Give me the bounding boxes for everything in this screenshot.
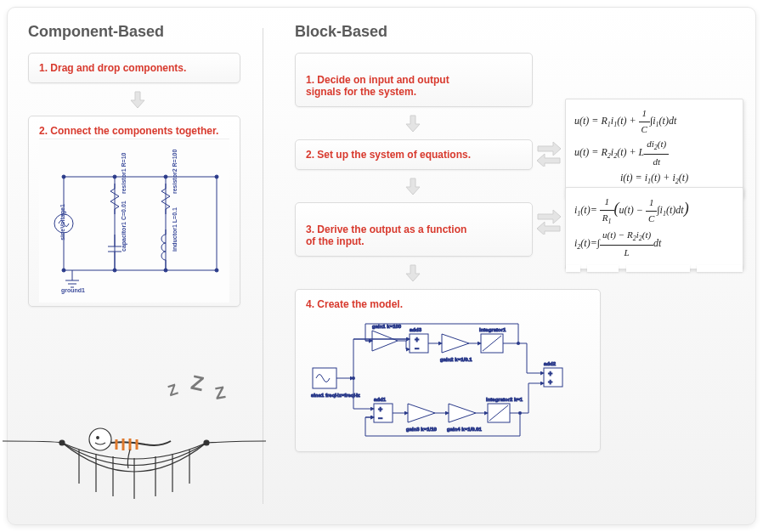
svg-point-16 (97, 437, 99, 439)
svg-text:+: + (548, 378, 552, 387)
comparison-panel: Component-Based 1. Drag and drop compone… (7, 7, 756, 525)
label-r2: resistor2 R=100 (172, 150, 178, 194)
component-based-column: Component-Based 1. Drag and drop compone… (8, 8, 263, 524)
circuit-diagram: sineVoltage1 ground1 resistor1 R=10 capa… (39, 139, 229, 303)
block-diagram: sine1 freqHz=freqHz gain1 k=100 + − add3… (306, 315, 586, 443)
arrow-bidir-icon (536, 138, 562, 167)
svg-point-7 (62, 175, 65, 178)
svg-rect-30 (544, 368, 562, 387)
label-source: sineVoltage1 (59, 204, 65, 241)
right-step-2-text: 2. Set up the system of equations. (306, 149, 471, 161)
bd-gain3: gain3 k=1/10 (406, 427, 438, 432)
label-r1: resistor1 R=10 (121, 153, 127, 194)
bd-int2: integrator2 k=1 (486, 397, 523, 402)
svg-marker-36 (408, 404, 435, 422)
arrow-down-icon (404, 114, 422, 133)
svg-point-9 (164, 175, 167, 178)
hammock-illustration: Z Z Z (3, 365, 266, 509)
arrow-down-icon (404, 177, 422, 195)
equations-step2-note: u(t) = R1i1(t) + 1C∫i1(t)dt u(t) = R2i2(… (565, 99, 743, 197)
left-step-1: 1. Drag and drop components. (28, 53, 240, 83)
left-step-1-text: 1. Drag and drop components. (39, 62, 186, 74)
svg-point-22 (204, 440, 209, 445)
bd-gain4: gain4 k=1/0.01 (447, 427, 483, 432)
right-step-3: 3. Derive the output as a function of th… (295, 202, 533, 257)
svg-point-12 (113, 269, 116, 272)
svg-text:+: + (548, 370, 552, 378)
svg-text:+: + (378, 405, 382, 414)
left-step-2: 2. Connect the components together. (28, 116, 240, 307)
svg-point-14 (215, 269, 218, 272)
svg-rect-33 (374, 404, 393, 422)
svg-point-15 (89, 428, 111, 450)
svg-point-10 (215, 175, 218, 178)
bd-src: sine1 freqHz=freqHz (311, 393, 360, 398)
left-title: Component-Based (28, 23, 247, 41)
right-step-3-text: 3. Derive the output as a function of th… (306, 224, 466, 247)
eq2-3: i(t) = i1(t) + i2(t) (574, 170, 734, 188)
label-l: inductor1 L=0.1 (172, 207, 178, 252)
bd-add3: add3 (410, 327, 422, 332)
svg-point-21 (59, 440, 65, 445)
left-step-2-text: 2. Connect the components together. (39, 125, 218, 137)
svg-point-39 (352, 376, 355, 380)
bd-int1: integrator1 (479, 327, 506, 332)
svg-text:+: + (415, 336, 419, 344)
right-step-4-text: 4. Create the model. (306, 298, 403, 310)
label-c: capacitor1 C=0.01 (121, 201, 127, 252)
svg-marker-37 (449, 404, 476, 422)
svg-text:−: − (378, 414, 382, 422)
right-step-1-text: 1. Decide on input and output signals fo… (306, 74, 449, 98)
bd-gain1: gain1 k=100 (372, 324, 402, 329)
svg-point-13 (164, 269, 167, 272)
block-based-column: Block-Based 1. Decide on input and outpu… (269, 8, 750, 524)
right-step-4: 4. Create the model. sine1 freqHz=freqHz (295, 289, 601, 452)
svg-point-41 (518, 411, 522, 415)
arrow-down-icon (404, 263, 422, 282)
right-step-1: 1. Decide on input and output signals fo… (295, 53, 533, 107)
bd-gain2: gain2 k=1/0.1 (440, 357, 472, 362)
bd-add2: add2 (544, 361, 557, 366)
eq2-1: u(t) = R1i1(t) + 1C∫i1(t)dt (574, 106, 734, 137)
svg-point-11 (62, 269, 65, 272)
bd-add1: add1 (374, 397, 387, 402)
eq3-2: i2(t)=∫u(t) − R2i2(t)Ldt (574, 228, 734, 261)
eq3-1: i1(t)= 1R1(u(t) − 1C∫i1(t)dt) (574, 195, 734, 228)
right-step-2: 2. Set up the system of equations. (295, 139, 533, 170)
eq2-2: u(t) = R2i2(t) + Ldi2(t)dt (574, 137, 734, 170)
svg-marker-24 (372, 331, 398, 351)
arrow-down-icon (128, 90, 147, 109)
equations-step3-note: i1(t)= 1R1(u(t) − 1C∫i1(t)dt) i2(t)=∫u(t… (565, 187, 743, 269)
svg-text:−: − (415, 344, 419, 353)
svg-point-40 (517, 342, 520, 345)
arrow-bidir-icon (536, 206, 562, 235)
svg-marker-28 (442, 334, 469, 353)
right-title: Block-Based (295, 23, 735, 41)
svg-point-8 (113, 175, 116, 178)
label-ground: ground1 (61, 287, 85, 293)
